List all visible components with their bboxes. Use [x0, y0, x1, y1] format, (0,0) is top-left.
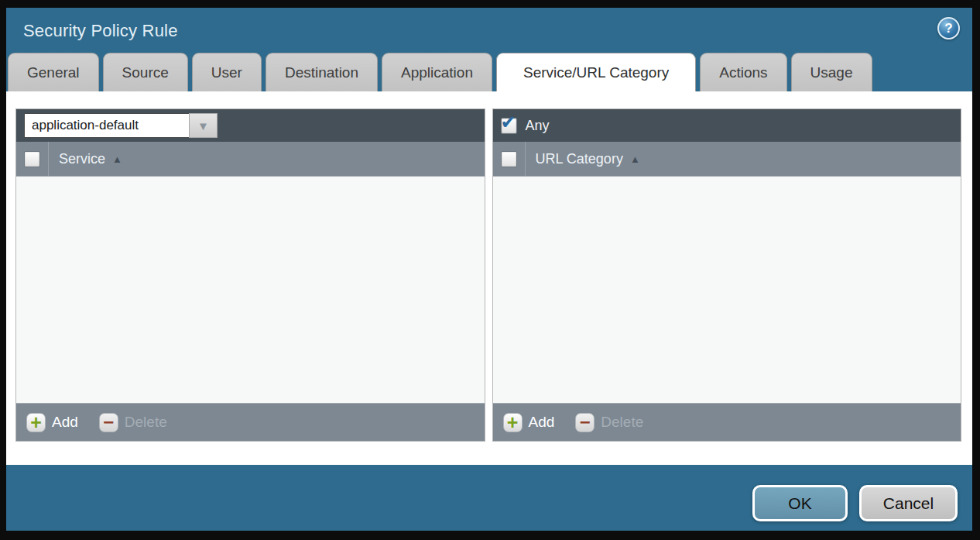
url-category-select-all-checkbox[interactable]: [501, 151, 517, 167]
url-category-header-text: URL Category: [536, 151, 623, 167]
dialog-bottom-bar: OK Cancel: [6, 465, 972, 531]
url-category-toolbar: ✔ Any: [493, 109, 961, 142]
service-select-all-checkbox[interactable]: [24, 151, 40, 167]
service-select-all-cell: [16, 142, 49, 176]
tab-user[interactable]: User: [192, 53, 262, 91]
add-plus-icon: +: [503, 413, 523, 432]
add-plus-icon: +: [26, 413, 46, 432]
tab-label: Service/URL Category: [523, 64, 669, 81]
service-list-body[interactable]: [16, 177, 485, 403]
checkmark-icon: ✔: [501, 113, 516, 132]
url-category-select-all-cell: [493, 142, 526, 176]
delete-minus-icon: −: [575, 413, 595, 432]
delete-label: Delete: [601, 414, 643, 431]
chevron-down-icon: ▼: [197, 119, 209, 132]
service-header-label: Service ▲: [59, 151, 122, 167]
any-checkbox-label: Any: [526, 118, 550, 134]
service-panel: ▼ Service ▲ + A: [15, 108, 485, 442]
tab-label: User: [211, 64, 242, 81]
security-policy-rule-dialog: Security Policy Rule ? General Source Us…: [6, 8, 972, 531]
add-label: Add: [52, 414, 78, 431]
dialog-buttons: OK Cancel: [752, 485, 958, 521]
panels-container: ▼ Service ▲ + A: [15, 108, 961, 442]
tab-usage[interactable]: Usage: [791, 53, 872, 91]
tab-label: Application: [401, 64, 473, 81]
url-category-panel: ✔ Any URL Category ▲ +: [492, 108, 962, 442]
url-category-footer: + Add − Delete: [493, 403, 961, 441]
tab-actions[interactable]: Actions: [700, 53, 786, 91]
tab-application[interactable]: Application: [382, 53, 492, 91]
title-bar: Security Policy Rule ?: [6, 8, 972, 53]
add-label: Add: [529, 414, 555, 431]
tab-label: Usage: [810, 64, 853, 81]
cancel-button[interactable]: Cancel: [859, 485, 958, 521]
url-category-list-body[interactable]: [493, 177, 961, 403]
service-footer: + Add − Delete: [16, 403, 485, 441]
service-type-input[interactable]: [24, 113, 189, 138]
tab-destination[interactable]: Destination: [266, 53, 378, 91]
tab-label: Source: [122, 64, 169, 81]
tab-general[interactable]: General: [8, 53, 99, 91]
minus-glyph: −: [580, 413, 591, 432]
service-header-text: Service: [59, 151, 105, 167]
plus-glyph: +: [30, 413, 42, 432]
ok-button[interactable]: OK: [752, 485, 848, 521]
tab-label: General: [27, 64, 80, 81]
sort-ascending-icon: ▲: [630, 153, 640, 165]
plus-glyph: +: [507, 413, 519, 432]
url-category-delete-button[interactable]: − Delete: [575, 413, 643, 432]
help-icon-glyph: ?: [944, 21, 952, 36]
delete-label: Delete: [125, 414, 167, 431]
url-category-column-header[interactable]: URL Category ▲: [493, 142, 961, 177]
minus-glyph: −: [103, 413, 114, 432]
tab-strip: General Source User Destination Applicat…: [6, 53, 972, 91]
service-column-header[interactable]: Service ▲: [16, 142, 485, 177]
service-type-combo: ▼: [24, 113, 218, 138]
url-category-add-button[interactable]: + Add: [503, 413, 555, 432]
tab-service-url-category[interactable]: Service/URL Category: [496, 53, 696, 91]
tab-label: Destination: [285, 64, 358, 81]
any-checkbox[interactable]: ✔: [501, 118, 517, 134]
tab-content-service-url-category: ▼ Service ▲ + A: [6, 91, 972, 465]
help-icon[interactable]: ?: [937, 17, 960, 40]
dialog-title: Security Policy Rule: [23, 21, 178, 41]
sort-ascending-icon: ▲: [112, 153, 122, 165]
tab-source[interactable]: Source: [103, 53, 188, 91]
delete-minus-icon: −: [99, 413, 118, 432]
service-type-dropdown-button[interactable]: ▼: [189, 113, 218, 138]
tab-label: Actions: [719, 64, 767, 81]
url-category-header-label: URL Category ▲: [536, 151, 640, 167]
service-toolbar: ▼: [16, 109, 485, 142]
service-delete-button[interactable]: − Delete: [99, 413, 167, 432]
service-add-button[interactable]: + Add: [26, 413, 78, 432]
